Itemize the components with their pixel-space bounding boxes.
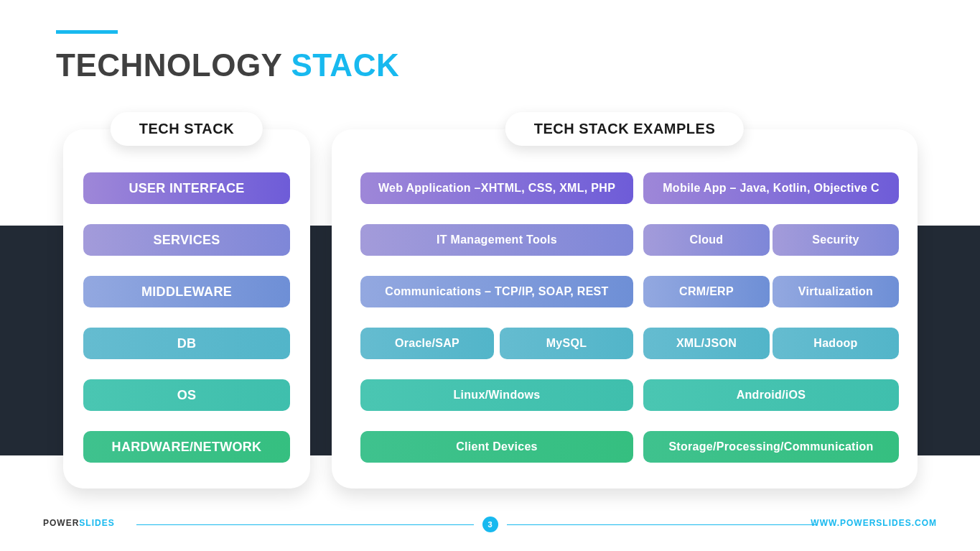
footer-brand-first: POWER <box>43 518 79 528</box>
example-middleware-crm: CRM/ERP <box>643 276 770 307</box>
example-ui-mobile: Mobile App – Java, Kotlin, Objective C <box>643 172 899 204</box>
example-db-oracle: Oracle/SAP <box>360 328 494 359</box>
footer-brand-second: SLIDES <box>79 518 114 528</box>
tech-stack-examples-title: TECH STACK EXAMPLES <box>505 112 744 146</box>
footer-line-left <box>136 524 474 525</box>
title-word-2: STACK <box>291 47 399 83</box>
slide-title: TECHNOLOGY STACK <box>56 47 399 83</box>
stack-layer-hardware: HARDWARE/NETWORK <box>83 431 290 463</box>
tech-stack-card: TECH STACK USER INTERFACE SERVICES MIDDL… <box>63 129 310 489</box>
footer-line-right <box>507 524 816 525</box>
example-db-mysql: MySQL <box>500 328 633 359</box>
footer-brand: POWERSLIDES <box>43 518 115 528</box>
example-hw-client: Client Devices <box>360 431 633 463</box>
slide: TECHNOLOGY STACK TECH STACK USER INTERFA… <box>0 0 980 551</box>
example-middleware-virt: Virtualization <box>773 276 899 307</box>
example-services-security: Security <box>773 224 899 256</box>
stack-layer-db: DB <box>83 328 290 359</box>
page-number: 3 <box>482 517 498 532</box>
slide-footer: POWERSLIDES 3 WWW.POWERSLIDES.COM <box>0 514 980 535</box>
stack-layer-os: OS <box>83 379 290 411</box>
title-word-1: TECHNOLOGY <box>56 47 282 83</box>
stack-layer-ui: USER INTERFACE <box>83 172 290 204</box>
example-hw-storage: Storage/Processing/Communication <box>643 431 899 463</box>
example-db-xmljson: XML/JSON <box>643 328 770 359</box>
tech-stack-card-title: TECH STACK <box>111 112 263 146</box>
example-os-android: Android/iOS <box>643 379 899 411</box>
example-os-linux: Linux/Windows <box>360 379 633 411</box>
footer-url: WWW.POWERSLIDES.COM <box>811 518 937 528</box>
title-accent-bar <box>56 30 118 34</box>
example-middleware-comm: Communications – TCP/IP, SOAP, REST <box>360 276 633 307</box>
example-services-cloud: Cloud <box>643 224 770 256</box>
stack-layer-services: SERVICES <box>83 224 290 256</box>
example-db-hadoop: Hadoop <box>773 328 899 359</box>
stack-layer-middleware: MIDDLEWARE <box>83 276 290 307</box>
example-services-it: IT Management Tools <box>360 224 633 256</box>
example-ui-web: Web Application –XHTML, CSS, XML, PHP <box>360 172 633 204</box>
tech-stack-examples-card: TECH STACK EXAMPLES Web Application –XHT… <box>332 129 918 489</box>
